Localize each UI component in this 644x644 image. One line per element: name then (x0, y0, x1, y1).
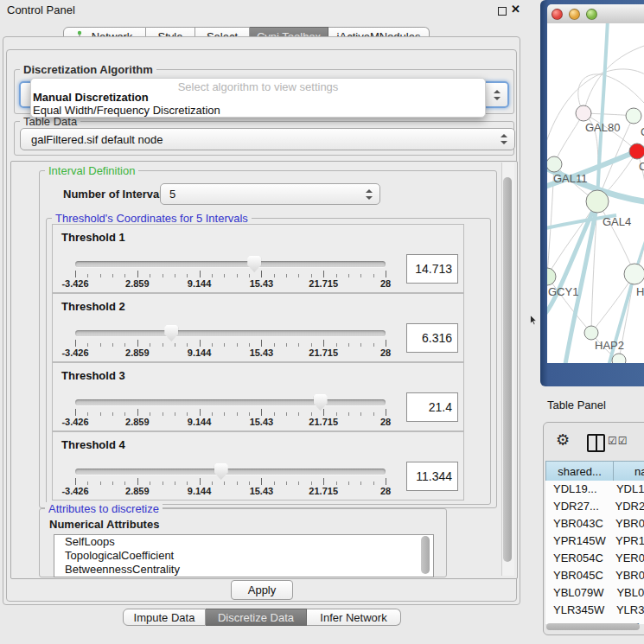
gear-icon[interactable]: ⚙ (556, 430, 570, 450)
table-cell[interactable]: YPR1 (614, 532, 644, 550)
node-gal80[interactable] (576, 105, 591, 121)
slider-scale-labels: -3.4262.8599.14415.4321.71528 (75, 417, 386, 427)
node-label: GAL4 (603, 215, 631, 228)
table-cell[interactable]: YER0 (614, 550, 644, 567)
node-partial-h[interactable] (624, 264, 644, 284)
table-cell[interactable]: YBR043C (545, 515, 614, 532)
group-title: Attributes to discretize (45, 502, 163, 515)
node-label: H (636, 285, 644, 298)
table-row[interactable]: YBR045CYBR0 (545, 567, 644, 584)
table-row[interactable]: YBL079WYBL0 (545, 584, 644, 602)
threshold-value-field[interactable]: 11.344 (406, 462, 458, 491)
group-title: Discretization Algorithm (20, 63, 156, 76)
stepper-icon (500, 134, 507, 144)
dropdown-hint: Select algorithm to view settings (31, 79, 485, 92)
dropdown-option[interactable]: Equal Width/Frequency Discretization (31, 105, 485, 118)
mac-minimize-icon[interactable] (569, 9, 580, 20)
bottom-tab-bar: Impute Data Discretize Data Infer Networ… (123, 609, 401, 626)
table-cell[interactable]: YBL079W (545, 584, 615, 602)
mouse-cursor-icon (530, 315, 539, 326)
num-intervals-combobox[interactable]: 5 (160, 183, 380, 205)
table-cell[interactable]: YBR0 (614, 515, 644, 532)
network-window-titlebar[interactable] (547, 4, 644, 23)
threshold-row: Threshold 3 -3.4262.8599.14415.4321.7152… (52, 362, 464, 431)
tab-infer-network[interactable]: Infer Network (307, 609, 401, 626)
tab-label: Discretize Data (218, 611, 294, 624)
threshold-slider[interactable] (75, 399, 386, 405)
close-icon[interactable]: ✕ (511, 3, 520, 16)
threshold-slider[interactable] (75, 261, 386, 267)
table-panel-title: Table Panel (547, 399, 606, 411)
threshold-value-field[interactable]: 21.4 (406, 392, 458, 422)
node-gal4[interactable] (586, 190, 609, 213)
table-row[interactable]: YPR145WYPR1 (545, 532, 644, 550)
combobox-value: 5 (169, 188, 175, 201)
threshold-label: Threshold 2 (61, 300, 125, 313)
table-hscrollbar-thumb[interactable] (546, 623, 640, 630)
table-cell[interactable]: YBR0 (614, 567, 644, 584)
node-hap2[interactable] (584, 326, 598, 340)
node-bottom[interactable] (612, 354, 626, 363)
threshold-slider[interactable] (75, 469, 386, 475)
table-cell[interactable]: YDR2 (614, 498, 644, 515)
settings-scrollbar-thumb[interactable] (503, 177, 512, 562)
table-row[interactable]: YBR043CYBR0 (545, 515, 644, 532)
table-row[interactable]: YER054CYER0 (545, 550, 644, 567)
dropdown-option[interactable]: Manual Discretization (31, 92, 485, 105)
table-cell[interactable]: YLR345W (545, 602, 615, 619)
threshold-slider[interactable] (75, 330, 386, 336)
attributes-list[interactable]: SelfLoopsTopologicalCoefficientBetweenne… (54, 534, 434, 577)
table-cell[interactable]: YPR145W (545, 532, 614, 550)
node-red[interactable] (629, 143, 644, 159)
network-canvas[interactable]: GAL80 GA C GAL11 GAL4 GCY1 H HAP2 (547, 23, 644, 363)
table-cell[interactable]: YBL0 (615, 584, 644, 602)
table-cell[interactable]: YBR045C (545, 567, 614, 584)
attribute-item[interactable]: TopologicalCoefficient (54, 549, 433, 563)
node-label: C (639, 160, 644, 173)
algorithm-dropdown-popup: Select algorithm to view settings Manual… (30, 78, 486, 118)
attribute-item[interactable]: SelfLoops (54, 535, 433, 549)
node-label: HAP2 (595, 339, 624, 352)
node-label: GCY1 (548, 285, 578, 298)
table-cell[interactable]: YER054C (545, 550, 614, 567)
tab-impute-data[interactable]: Impute Data (123, 609, 206, 626)
node-gcy1[interactable] (547, 268, 556, 285)
attribute-item[interactable]: BetweennessCentrality (54, 563, 433, 577)
slider-scale-labels: -3.4262.8599.14415.4321.71528 (75, 486, 386, 496)
select-columns-icon[interactable]: ☑☑ (608, 435, 628, 447)
threshold-value-field[interactable]: 6.316 (406, 323, 458, 353)
tab-label: Infer Network (320, 611, 386, 624)
slider-ticks (75, 340, 386, 348)
table-row[interactable]: YLR345WYLR3 (545, 602, 644, 619)
node-gal11[interactable] (547, 156, 562, 172)
float-window-icon[interactable] (498, 7, 507, 16)
table-cell[interactable]: YDL19... (545, 481, 615, 498)
apply-button[interactable]: Apply (231, 580, 293, 600)
table-body: YDL19...YDL1YDR27...YDR2YBR043CYBR0YPR14… (545, 481, 644, 624)
slider-scale-labels: -3.4262.8599.14415.4321.71528 (75, 278, 386, 289)
mac-zoom-icon[interactable] (586, 9, 597, 20)
threshold-row: Threshold 4 -3.4262.8599.14415.4321.7152… (52, 431, 464, 501)
threshold-label: Threshold 4 (61, 438, 125, 451)
node-label: GAL80 (585, 121, 620, 134)
table-cell[interactable]: YDR27... (545, 498, 614, 515)
tab-discretize-data[interactable]: Discretize Data (206, 609, 307, 626)
table-row[interactable]: YDR27...YDR2 (545, 498, 644, 515)
table-data-combobox[interactable]: galFiltered.sif default node (20, 128, 515, 150)
node-label: GA (641, 125, 644, 138)
node-partial-ga[interactable] (626, 108, 641, 124)
column-header-shared-name[interactable]: shared... (545, 461, 614, 481)
column-header-name[interactable]: na (613, 461, 644, 481)
threshold-row: Threshold 2 -3.4262.8599.14415.4321.7152… (52, 293, 464, 362)
mac-close-icon[interactable] (552, 9, 563, 20)
network-graph: GAL80 GA C GAL11 GAL4 GCY1 H HAP2 (547, 23, 644, 363)
slider-ticks (75, 409, 386, 417)
slider-ticks (75, 478, 386, 486)
table-cell[interactable]: YDL1 (615, 481, 644, 498)
table-cell[interactable]: YLR3 (615, 602, 644, 619)
table-row[interactable]: YDL19...YDL1 (545, 481, 644, 498)
threshold-label: Threshold 3 (61, 369, 125, 382)
attributes-scrollbar-thumb[interactable] (421, 536, 430, 574)
threshold-value-field[interactable]: 14.713 (406, 254, 458, 284)
split-columns-icon[interactable] (587, 434, 605, 452)
